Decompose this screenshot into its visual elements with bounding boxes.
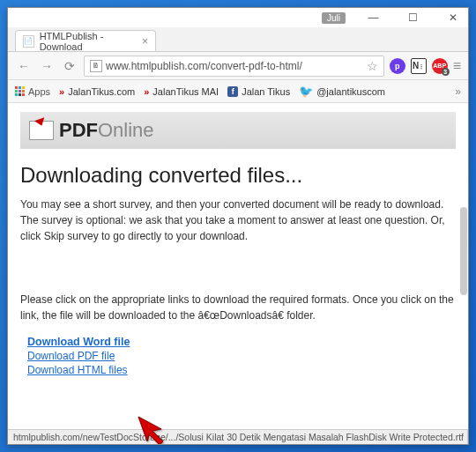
twitter-icon: 🐦 <box>299 85 313 98</box>
nav-toolbar: ← → ⟳ 🗎 www.htmlpublish.com/convert-pdf-… <box>8 52 468 80</box>
user-badge: Juli <box>322 12 346 24</box>
bookmark-item-1[interactable]: » JalanTikus.com <box>59 86 135 97</box>
download-links: Download Word file Download PDF file Dow… <box>27 336 456 376</box>
intro-paragraph: You may see a short survey, and then you… <box>20 196 456 244</box>
extension-abp-icon[interactable]: ABP <box>432 58 448 74</box>
forward-button[interactable]: → <box>38 57 56 75</box>
minimize-button[interactable]: — <box>361 10 385 26</box>
page-heading: Downloading converted files... <box>20 163 456 188</box>
site-info-icon[interactable]: 🗎 <box>90 60 102 72</box>
bookmark-star-icon[interactable]: ☆ <box>367 59 378 73</box>
tab-close-icon[interactable]: × <box>142 35 148 48</box>
bookmark-label: Jalan Tikus <box>242 86 290 97</box>
logo-text-light: Online <box>98 119 154 142</box>
address-bar[interactable]: 🗎 www.htmlpublish.com/convert-pdf-to-htm… <box>84 56 384 77</box>
bookmark-label: @jalantikuscom <box>316 86 385 97</box>
bookmark-item-3[interactable]: f Jalan Tikus <box>227 86 290 97</box>
tab-title: HTMLPublish - Download <box>40 31 137 52</box>
pdf-logo-icon <box>29 121 54 140</box>
bookmark-label: JalanTikus.com <box>68 86 135 97</box>
facebook-icon: f <box>227 86 238 97</box>
download-html-link[interactable]: Download HTML files <box>27 364 456 376</box>
instructions-paragraph: Please click on the appropriate links to… <box>20 292 456 323</box>
bookmark-item-4[interactable]: 🐦 @jalantikuscom <box>299 85 385 98</box>
tikus-icon: » <box>59 86 64 97</box>
browser-window: Juli — ☐ ✕ 📄 HTMLPublish - Download × ← … <box>7 7 469 445</box>
browser-tab[interactable]: 📄 HTMLPublish - Download × <box>15 30 156 51</box>
tab-strip: 📄 HTMLPublish - Download × <box>8 27 468 52</box>
bookmarks-bar: Apps » JalanTikus.com » JalanTikus MAI f… <box>8 80 468 103</box>
logo-banner: PDFOnline <box>20 112 456 149</box>
window-titlebar: Juli — ☐ ✕ <box>8 8 468 27</box>
apps-label: Apps <box>28 86 50 97</box>
extension-icon-2[interactable]: N⋮ <box>411 58 427 74</box>
url-text: www.htmlpublish.com/convert-pdf-to-html/ <box>106 60 363 72</box>
extension-icon-1[interactable]: p <box>390 58 405 74</box>
close-button[interactable]: ✕ <box>441 10 465 26</box>
apps-icon <box>15 86 25 96</box>
reload-button[interactable]: ⟳ <box>61 57 78 75</box>
back-button[interactable]: ← <box>15 57 33 75</box>
bookmarks-overflow-icon[interactable]: » <box>455 85 461 98</box>
download-word-link[interactable]: Download Word file <box>27 336 456 348</box>
logo-text-bold: PDF <box>59 119 98 142</box>
menu-button[interactable]: ≡ <box>453 58 461 74</box>
bookmark-item-2[interactable]: » JalanTikus MAI <box>144 86 219 97</box>
bookmark-label: JalanTikus MAI <box>152 86 219 97</box>
maximize-button[interactable]: ☐ <box>401 10 425 26</box>
download-pdf-link[interactable]: Download PDF file <box>27 350 456 362</box>
status-bar: htmlpublish.com/newTestDocStorage/.../So… <box>8 429 468 444</box>
tikus-icon: » <box>144 86 149 97</box>
page-content: PDFOnline Downloading converted files...… <box>8 103 468 444</box>
page-icon: 📄 <box>23 35 34 48</box>
apps-shortcut[interactable]: Apps <box>15 86 50 97</box>
